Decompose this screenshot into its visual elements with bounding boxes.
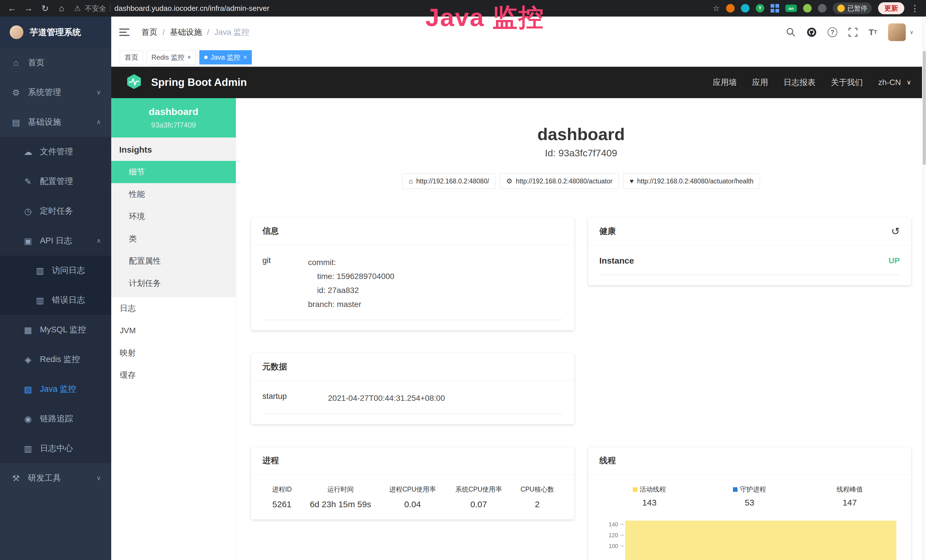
sidebar-item-config-management[interactable]: ✎ 配置管理 (0, 166, 111, 196)
sidebar-item-access-log[interactable]: ▥ 访问日志 (0, 256, 111, 285)
sidebar-item-scheduled-jobs[interactable]: ◷ 定时任务 (0, 196, 111, 226)
page-scrollbar[interactable] (922, 17, 926, 560)
browser-menu-icon[interactable]: ⋮ (911, 3, 919, 14)
sba-menu-jvm[interactable]: JVM (111, 319, 236, 342)
sba-nav-about[interactable]: 关于我们 (831, 77, 863, 88)
app-title: 芋道管理系统 (30, 27, 81, 38)
breadcrumb-home[interactable]: 首页 (141, 27, 157, 38)
service-url-button[interactable]: ⌂ http://192.168.0.2:48080/ (402, 173, 496, 189)
eye-icon: ◉ (22, 414, 34, 424)
smiley-icon (837, 5, 845, 12)
active-tab-dot (204, 56, 207, 59)
chevron-down-icon: ∨ (96, 89, 101, 96)
breadcrumb-infrastructure[interactable]: 基础设施 (170, 27, 202, 38)
heart-icon: ♥ (630, 177, 634, 185)
sidebar-item-log-center[interactable]: ▥ 日志中心 (0, 434, 111, 463)
home-icon: ⌂ (10, 58, 22, 68)
help-icon[interactable]: ? (828, 27, 837, 37)
actuator-url-button[interactable]: ⚙ http://192.168.0.2:48080/actuator (500, 173, 619, 189)
chevron-down-icon: ∨ (96, 474, 101, 482)
fullscreen-icon[interactable] (848, 27, 858, 37)
extensions-puzzle-icon[interactable] (818, 4, 826, 12)
extension-green-icon[interactable]: Y (756, 4, 764, 12)
home-icon[interactable]: ⌂ (56, 3, 67, 13)
tab-home[interactable]: 首页 (120, 50, 143, 65)
home-icon: ⌂ (409, 177, 413, 185)
legend-live-threads: 活动线程 143 (599, 485, 699, 507)
sba-locale-select[interactable]: zh-CN (878, 78, 901, 87)
health-url-button[interactable]: ♥ http://192.168.0.2:48080/actuator/heal… (623, 173, 760, 189)
sidebar-item-label: MySQL 监控 (40, 324, 86, 336)
threads-chart-plot (624, 518, 900, 560)
update-button[interactable]: 更新 (878, 2, 904, 14)
extension-leaf-icon[interactable] (803, 4, 812, 12)
sba-brand[interactable]: Spring Boot Admin (151, 76, 247, 88)
sidebar-item-infrastructure[interactable]: ▤ 基础设施 ∧ (0, 107, 111, 137)
sidebar-item-home[interactable]: ⌂ 首页 (0, 48, 111, 77)
sidebar-item-label: 错误日志 (52, 294, 85, 306)
reload-icon[interactable]: ↻ (40, 3, 50, 14)
extension-orange-icon[interactable] (726, 4, 735, 12)
sba-body: dashboard 93a3fc7f7409 Insights 细节 性能 环境… (111, 98, 926, 560)
app-sidebar: 芋道管理系统 ⌂ 首页 ⚙ 系统管理 ∨ ▤ 基础设施 ∧ ☁ 文件管理 ✎ 配… (0, 17, 111, 560)
legend-peak-threads: 线程峰值 147 (800, 485, 900, 507)
extension-teal-icon[interactable] (741, 4, 749, 12)
metadata-startup-row: startup 2021-04-27T00:44:31.254+08:00 (262, 391, 563, 414)
history-icon[interactable]: ↺ (891, 226, 900, 238)
paused-badge[interactable]: 已暂停 (833, 3, 872, 14)
sidebar-item-system[interactable]: ⚙ 系统管理 ∨ (0, 77, 111, 107)
sidebar-item-error-log[interactable]: ▥ 错误日志 (0, 285, 111, 315)
sba-menu-configprops[interactable]: 配置属性 (111, 250, 236, 272)
threads-card: 线程 活动线程 143 (588, 447, 911, 560)
sidebar-item-label: 系统管理 (28, 87, 61, 98)
sba-menu-scheduled-tasks[interactable]: 计划任务 (111, 272, 236, 294)
sidebar-item-label: 链路追踪 (40, 413, 73, 424)
sba-nav-wallboard[interactable]: 应用墙 (713, 77, 737, 88)
sba-nav-journal[interactable]: 日志报表 (784, 77, 816, 88)
sidebar-item-java-monitor[interactable]: ▨ Java 监控 (0, 374, 111, 404)
close-icon[interactable]: × (188, 54, 191, 61)
wrench-icon: ⚙ (506, 177, 513, 185)
breadcrumb-current: Java 监控 (215, 27, 250, 38)
forward-icon[interactable]: → (23, 3, 34, 13)
instance-header[interactable]: dashboard 93a3fc7f7409 (111, 98, 236, 138)
insights-label: Insights (111, 138, 236, 161)
back-icon[interactable]: ← (7, 3, 17, 13)
sba-menu-classes[interactable]: 类 (111, 228, 236, 250)
sidebar-item-label: Java 监控 (40, 383, 76, 395)
sidebar-item-redis-monitor[interactable]: ◈ Redis 监控 (0, 345, 111, 374)
sba-logo-icon[interactable] (126, 74, 142, 92)
daemon-threads-swatch (733, 487, 737, 492)
sidebar-item-tracing[interactable]: ◉ 链路追踪 (0, 404, 111, 434)
sba-menu-environment[interactable]: 环境 (111, 206, 236, 228)
sba-menu-logs[interactable]: 日志 (111, 297, 236, 319)
app-logo[interactable]: 芋道管理系统 (0, 17, 111, 48)
address-bar[interactable]: ⚠ 不安全 dashboard.yudao.iocoder.cn/infra/a… (74, 4, 269, 13)
extension-on-toggle-icon[interactable]: on (785, 5, 797, 12)
sba-menu-caches[interactable]: 缓存 (111, 364, 236, 386)
sba-menu-details[interactable]: 细节 (111, 161, 236, 183)
search-icon[interactable] (786, 27, 796, 37)
spring-boot-admin: Spring Boot Admin 应用墙 应用 日志报表 关于我们 zh-CN… (111, 67, 926, 560)
tab-java-monitor[interactable]: Java 监控 × (199, 50, 252, 65)
scrollbar-thumb[interactable] (923, 51, 926, 165)
github-icon[interactable] (806, 27, 817, 37)
sidebar-item-api-log[interactable]: ▣ API 日志 ∧ (0, 226, 111, 256)
tabs-bar: 首页 Redis 监控 × Java 监控 × (111, 48, 926, 67)
user-avatar[interactable] (888, 23, 906, 41)
sidebar-item-dev-tools[interactable]: ⚒ 研发工具 ∨ (0, 463, 111, 493)
info-card-title: 信息 (262, 226, 279, 237)
workspace: 首页 / 基础设施 / Java 监控 ? TT ∨ 首页 (111, 17, 926, 560)
sba-menu-mappings[interactable]: 映射 (111, 342, 236, 364)
extension-grid-icon[interactable] (770, 4, 779, 12)
sidebar-item-file-management[interactable]: ☁ 文件管理 (0, 137, 111, 166)
tab-redis-monitor[interactable]: Redis 监控 × (147, 50, 196, 65)
sidebar-item-label: 日志中心 (40, 443, 73, 454)
bookmark-star-icon[interactable]: ☆ (713, 4, 720, 13)
font-size-icon[interactable]: TT (869, 27, 877, 37)
close-icon[interactable]: × (243, 54, 247, 61)
sidebar-item-mysql-monitor[interactable]: ▦ MySQL 监控 (0, 315, 111, 345)
sba-menu-performance[interactable]: 性能 (111, 183, 236, 206)
sba-nav-applications[interactable]: 应用 (752, 77, 768, 88)
hamburger-icon[interactable] (119, 28, 130, 36)
